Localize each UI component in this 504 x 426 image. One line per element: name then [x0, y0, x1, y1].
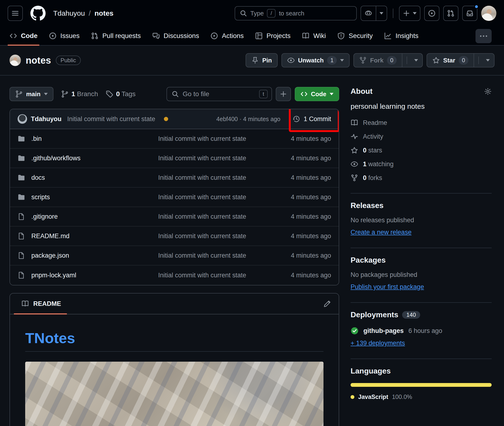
user-avatar[interactable] — [481, 6, 497, 21]
tab-security[interactable]: Security — [334, 27, 376, 45]
commit-message[interactable]: Initial commit with current state — [67, 115, 155, 123]
edit-readme-button[interactable] — [320, 296, 335, 311]
file-commit-message[interactable]: Initial commit with current state — [158, 174, 274, 181]
copilot-button[interactable] — [361, 6, 376, 21]
deployment-env-link[interactable]: github-pages — [363, 327, 404, 334]
file-commit-time: 4 minutes ago — [274, 213, 331, 220]
t-key-hint: t — [259, 90, 268, 98]
readme-link[interactable]: Readme — [351, 119, 492, 127]
language-bar[interactable] — [351, 383, 492, 387]
breadcrumb-owner[interactable]: Tdahuyou — [53, 9, 85, 17]
pull-requests-dashboard-button[interactable] — [443, 6, 458, 21]
tab-wiki[interactable]: Wiki — [298, 27, 330, 45]
file-commit-message[interactable]: Initial commit with current state — [158, 135, 274, 142]
readme-title-link[interactable]: TNotes — [25, 330, 324, 352]
tab-projects[interactable]: Projects — [251, 27, 294, 45]
hamburger-menu-button[interactable] — [7, 6, 23, 21]
chevron-down-icon — [414, 59, 418, 62]
go-to-file-input[interactable]: Go to file t — [166, 87, 272, 101]
tab-code[interactable]: Code — [6, 27, 41, 45]
copilot-icon — [364, 9, 372, 17]
issue-icon — [428, 9, 436, 17]
repo-owner-avatar[interactable] — [9, 55, 21, 66]
file-commit-message[interactable]: Initial commit with current state — [158, 272, 274, 279]
commit-history-link[interactable]: 1 Commit — [293, 115, 331, 123]
file-commit-message[interactable]: Initial commit with current state — [158, 155, 274, 162]
branch-word: Branch — [77, 90, 98, 98]
star-button-group: Star 0 — [426, 53, 495, 67]
file-icon — [18, 213, 25, 220]
slash-key-hint: / — [267, 9, 276, 18]
tab-discussions[interactable]: Discussions — [149, 27, 203, 45]
readme-image[interactable] — [25, 362, 324, 426]
file-commit-message[interactable]: Initial commit with current state — [158, 233, 274, 240]
tab-actions[interactable]: Actions — [207, 27, 248, 45]
inbox-button[interactable] — [462, 6, 477, 21]
eye-icon — [287, 57, 295, 64]
watching-count: 1 — [363, 161, 367, 168]
file-commit-message[interactable]: Initial commit with current state — [158, 252, 274, 259]
star-button[interactable]: Star 0 — [426, 53, 474, 67]
issues-dashboard-button[interactable] — [424, 6, 439, 21]
pin-label: Pin — [262, 57, 272, 64]
file-icon — [18, 252, 25, 259]
tab-insights-label: Insights — [396, 32, 419, 40]
unwatch-button[interactable]: Unwatch 1 — [281, 53, 350, 67]
readme-tab[interactable]: README — [21, 300, 61, 307]
commit-author-avatar[interactable] — [18, 114, 27, 124]
commit-status-dot[interactable] — [164, 117, 168, 121]
star-dropdown-button[interactable] — [474, 53, 495, 67]
language-item[interactable]: JavaScript 100.0% — [351, 393, 492, 400]
tab-discussions-label: Discussions — [164, 32, 199, 40]
packages-heading: Packages — [351, 256, 386, 264]
forks-link[interactable]: 0 forks — [351, 174, 492, 182]
about-settings-button[interactable] — [484, 88, 492, 95]
deployment-time: 6 hours ago — [409, 327, 442, 334]
copilot-dropdown-button[interactable] — [376, 6, 387, 21]
breadcrumb: Tdahuyou / notes — [53, 9, 114, 17]
watching-link[interactable]: 1 watching — [351, 160, 492, 168]
star-count: 0 — [459, 56, 468, 64]
history-icon — [293, 115, 300, 123]
repo-description: personal learning notes — [351, 102, 492, 110]
tab-pull-requests[interactable]: Pull requests — [87, 27, 145, 45]
global-search-input[interactable]: Type / to search — [235, 6, 357, 21]
file-row: docs Initial commit with current state 4… — [10, 168, 339, 188]
tab-insights[interactable]: Insights — [380, 27, 422, 45]
file-commit-message[interactable]: Initial commit with current state — [158, 213, 274, 220]
repo-header: notes Public Pin Unwatch 1 Fork 0 — [0, 46, 504, 76]
all-deployments-link[interactable]: + 139 deployments — [351, 340, 405, 347]
file-commit-message[interactable]: Initial commit with current state — [158, 193, 274, 201]
commit-author[interactable]: Tdahuyou — [31, 115, 62, 123]
publish-package-link[interactable]: Publish your first package — [351, 283, 424, 291]
plus-icon — [280, 91, 287, 98]
branch-selector-button[interactable]: main — [9, 87, 53, 101]
pin-button[interactable]: Pin — [246, 53, 277, 67]
stars-link[interactable]: 0 stars — [351, 147, 492, 154]
create-new-button[interactable] — [399, 6, 420, 21]
tab-issues[interactable]: Issues — [45, 27, 83, 45]
github-logo[interactable] — [30, 6, 46, 21]
activity-link[interactable]: Activity — [351, 133, 492, 140]
file-toolbar: main 1 Branch 0 Tags Go to file — [9, 87, 339, 101]
file-name: .github/workflows — [31, 155, 80, 162]
commit-sha-time[interactable]: 4ebf400 · 4 minutes ago — [216, 116, 281, 122]
file-commit-time: 4 minutes ago — [274, 174, 331, 181]
file-commit-time: 4 minutes ago — [274, 233, 331, 240]
add-file-button[interactable] — [276, 87, 291, 101]
tags-link[interactable]: 0 Tags — [106, 90, 136, 98]
branches-link[interactable]: 1 Branch — [61, 90, 98, 98]
navbar-divider — [393, 8, 393, 18]
file-icon — [18, 271, 25, 279]
code-dropdown-button[interactable]: Code — [295, 87, 339, 101]
file-name: package.json — [31, 252, 69, 259]
tab-overflow-button[interactable] — [476, 29, 492, 43]
fork-button[interactable]: Fork 0 — [353, 53, 402, 67]
fork-dropdown-button[interactable] — [402, 53, 423, 67]
file-row: README.md Initial commit with current st… — [10, 227, 339, 246]
copilot-button-group — [361, 6, 387, 21]
breadcrumb-repo[interactable]: notes — [94, 9, 114, 17]
repo-title[interactable]: notes — [26, 55, 51, 66]
search-placeholder-prefix: Type — [250, 10, 264, 17]
create-release-link[interactable]: Create a new release — [351, 229, 412, 236]
